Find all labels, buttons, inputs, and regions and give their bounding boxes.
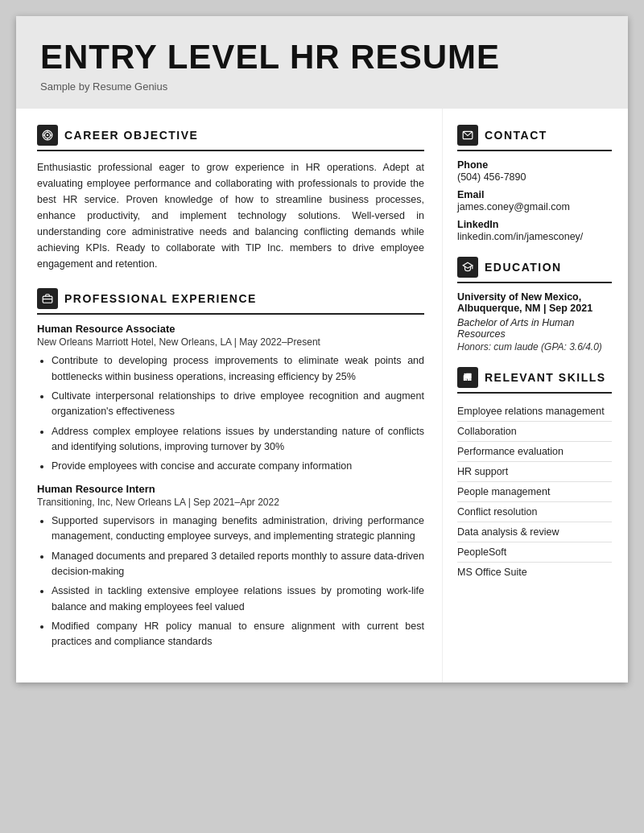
list-item: Contribute to developing process improve…	[52, 353, 424, 385]
puzzle-icon	[457, 367, 478, 388]
resume-subtitle: Sample by Resume Genius	[40, 80, 604, 93]
svg-point-2	[47, 134, 48, 136]
job-1-title: Human Resource Associate	[37, 323, 424, 335]
phone-value: (504) 456-7890	[457, 171, 612, 183]
skill-item: Conflict resolution	[457, 502, 612, 522]
job-1-company: New Orleans Marriott Hotel, New Orleans,…	[37, 336, 424, 348]
relevant-skills-header: RELEVANT SKILLS	[457, 367, 612, 394]
list-item: Address complex employee relations issue…	[52, 424, 424, 456]
list-item: Assisted in tackling extensive employee …	[52, 584, 424, 615]
contact-email: Email james.coney@gmail.com	[457, 189, 612, 212]
resume-container: ENTRY LEVEL HR RESUME Sample by Resume G…	[16, 16, 628, 682]
job-1: Human Resource Associate New Orleans Mar…	[37, 323, 424, 475]
job-2-company: Transitioning, Inc, New Orleans LA | Sep…	[37, 497, 424, 508]
list-item: Supported supervisors in managing benefi…	[52, 513, 424, 545]
skill-item: PeopleSoft	[457, 542, 612, 563]
skill-item: Collaboration	[457, 422, 612, 442]
target-icon	[37, 125, 58, 146]
list-item: Managed documents and prepared 3 detaile…	[52, 549, 424, 580]
skill-item: People management	[457, 482, 612, 502]
right-column: CONTACT Phone (504) 456-7890 Email james…	[443, 109, 628, 682]
envelope-icon	[457, 125, 478, 146]
professional-experience-title: PROFESSIONAL EXPERIENCE	[64, 292, 257, 305]
contact-phone: Phone (504) 456-7890	[457, 159, 612, 183]
email-value: james.coney@gmail.com	[457, 201, 612, 212]
edu-honors: Honors: cum laude (GPA: 3.6/4.0)	[457, 341, 612, 353]
skill-item: HR support	[457, 462, 612, 482]
career-objective-section: CAREER OBJECTIVE Enthusiastic profession…	[37, 125, 424, 272]
svg-rect-7	[43, 296, 52, 303]
skill-item: Performance evaluation	[457, 442, 612, 462]
relevant-skills-section: RELEVANT SKILLS Employee relations manag…	[457, 367, 612, 582]
list-item: Modified company HR policy manual to ens…	[52, 619, 424, 650]
skills-list: Employee relations management Collaborat…	[457, 402, 612, 582]
skill-item: MS Office Suite	[457, 563, 612, 582]
list-item: Cultivate interpersonal relationships to…	[52, 389, 424, 420]
linkedin-value: linkedin.com/in/jamesconey/	[457, 231, 612, 242]
edu-school: University of New Mexico, Albuquerque, N…	[457, 291, 612, 314]
education-title: EDUCATION	[485, 261, 562, 274]
header-banner: ENTRY LEVEL HR RESUME Sample by Resume G…	[16, 16, 628, 109]
job-2: Human Resource Intern Transitioning, Inc…	[37, 483, 424, 650]
contact-section: CONTACT Phone (504) 456-7890 Email james…	[457, 125, 612, 242]
career-objective-title: CAREER OBJECTIVE	[64, 129, 198, 142]
resume-title: ENTRY LEVEL HR RESUME	[40, 39, 604, 76]
contact-linkedin: LinkedIn linkedin.com/in/jamesconey/	[457, 219, 612, 242]
career-objective-header: CAREER OBJECTIVE	[37, 125, 424, 151]
resume-body: CAREER OBJECTIVE Enthusiastic profession…	[16, 109, 628, 682]
briefcase-icon	[37, 288, 58, 309]
contact-header: CONTACT	[457, 125, 612, 151]
skill-item: Employee relations management	[457, 402, 612, 422]
professional-experience-section: PROFESSIONAL EXPERIENCE Human Resource A…	[37, 288, 424, 650]
skill-item: Data analysis & review	[457, 522, 612, 542]
email-label: Email	[457, 189, 612, 200]
graduation-icon	[457, 257, 478, 278]
phone-label: Phone	[457, 159, 612, 171]
professional-experience-header: PROFESSIONAL EXPERIENCE	[37, 288, 424, 315]
education-header: EDUCATION	[457, 257, 612, 283]
list-item: Provide employees with concise and accur…	[52, 459, 424, 474]
job-2-title: Human Resource Intern	[37, 483, 424, 495]
linkedin-label: LinkedIn	[457, 219, 612, 230]
relevant-skills-title: RELEVANT SKILLS	[485, 371, 606, 384]
left-column: CAREER OBJECTIVE Enthusiastic profession…	[16, 109, 443, 682]
job-1-bullets: Contribute to developing process improve…	[37, 353, 424, 475]
job-2-bullets: Supported supervisors in managing benefi…	[37, 513, 424, 650]
edu-degree: Bachelor of Arts in Human Resources	[457, 317, 612, 340]
contact-title: CONTACT	[485, 129, 547, 142]
education-section: EDUCATION University of New Mexico, Albu…	[457, 257, 612, 353]
career-objective-text: Enthusiastic professional eager to grow …	[37, 159, 424, 272]
